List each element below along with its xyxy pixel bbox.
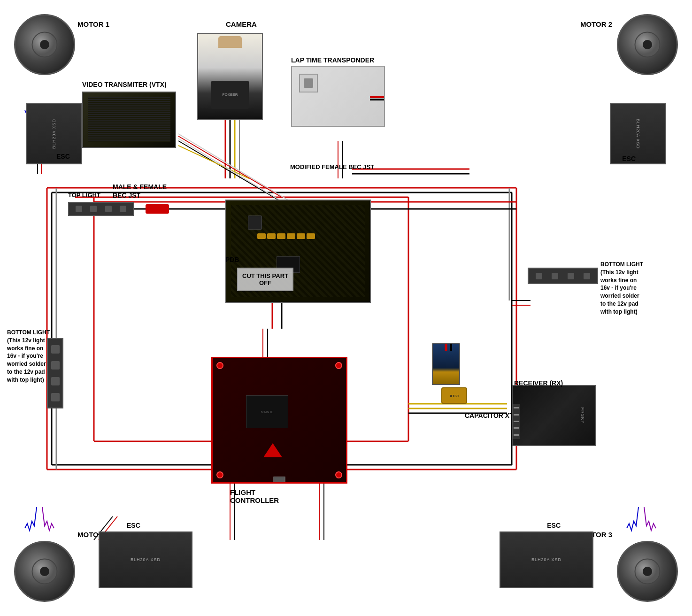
esc-topleft-image: BLH20A XSD xyxy=(26,103,82,164)
diagram-container: MOTOR 1 BLH20A XSD ESC VIDEO TRANSMITER … xyxy=(0,0,692,616)
receiver-image: FRSKY xyxy=(512,385,596,446)
fc-image: MAIN IC xyxy=(211,357,347,484)
bottom-light-right-image xyxy=(528,268,598,284)
esc-topleft-label: ESC xyxy=(56,153,70,160)
motor3-image xyxy=(617,541,678,602)
esc-bottomleft-label: ESC xyxy=(127,522,140,529)
svg-line-22 xyxy=(178,146,249,178)
vtx-label: VIDEO TRANSMITER (VTX) xyxy=(82,81,167,88)
motor4-image xyxy=(14,541,75,602)
motor1-image xyxy=(14,14,75,75)
vtx-image xyxy=(82,92,176,148)
transponder-image xyxy=(291,66,385,127)
svg-line-41 xyxy=(178,139,286,204)
esc-bottomright-image: BLH20A XSD xyxy=(500,531,593,588)
cut-this-box: CUT THIS PART OFF xyxy=(237,268,293,291)
svg-line-40 xyxy=(178,134,291,202)
top-light-image xyxy=(68,202,134,216)
camera-label: CAMERA xyxy=(226,20,257,28)
receiver-label: RECEIVER (RX) xyxy=(514,379,563,387)
fc-label: FLIGHTCONTROLLER xyxy=(230,488,279,504)
bottom-light-right-label: BOTTOM LIGHT(This 12v lightworks fine on… xyxy=(600,261,683,316)
camera-image: FOXEER xyxy=(197,33,263,120)
motor1-label: MOTOR 1 xyxy=(77,20,109,28)
bec-connector xyxy=(146,204,169,214)
transponder-label: LAP TIME TRANSPONDER xyxy=(291,56,374,64)
esc-bottomleft-image: BLH20A XSD xyxy=(99,531,192,588)
pdb-label: PDB xyxy=(225,256,239,263)
bec-jst-label2: BEC JST xyxy=(113,192,140,199)
top-light-label: TOP LIGHT xyxy=(68,192,100,199)
motor2-label: MOTOR 2 xyxy=(580,20,612,28)
xt60-connector: XT60 xyxy=(441,387,467,404)
svg-line-20 xyxy=(178,136,282,197)
svg-line-21 xyxy=(178,141,282,202)
bec-jst-label: MALE & FEMALE xyxy=(113,183,167,191)
esc-topright-image: BLH20A XSD xyxy=(610,103,666,164)
bottom-light-left-label: BOTTOM LIGHT(This 12v lightworks fine on… xyxy=(7,329,52,384)
capacitor-image xyxy=(432,343,460,385)
esc-topright-label: ESC xyxy=(622,155,636,162)
esc-bottomright-label: ESC xyxy=(547,522,561,529)
modified-bec-label: MODIFIED FEMALE BEC JST xyxy=(290,163,374,170)
motor2-image xyxy=(617,14,678,75)
